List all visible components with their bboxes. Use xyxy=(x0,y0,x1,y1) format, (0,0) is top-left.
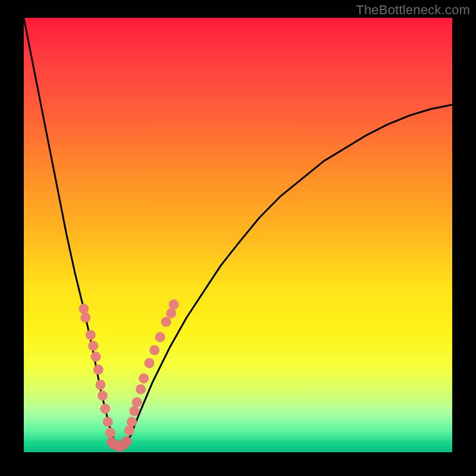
chart-svg xyxy=(24,18,452,452)
bottleneck-curve xyxy=(24,18,452,447)
data-dot xyxy=(124,425,134,436)
data-dot xyxy=(79,304,89,314)
data-dot xyxy=(100,404,110,414)
data-dot xyxy=(86,330,96,340)
watermark-label: TheBottleneck.com xyxy=(356,2,470,18)
data-dot xyxy=(88,341,98,351)
data-dot xyxy=(169,299,179,309)
data-dot xyxy=(103,416,113,427)
data-dot xyxy=(149,345,159,355)
data-dot xyxy=(132,397,142,408)
data-dot xyxy=(95,380,105,390)
data-dot xyxy=(144,358,154,368)
data-dot xyxy=(105,428,115,438)
data-dot xyxy=(127,416,137,427)
data-dot xyxy=(166,308,176,318)
data-dot xyxy=(80,312,90,322)
data-dot xyxy=(139,373,149,383)
plot-area xyxy=(24,18,452,452)
data-dot xyxy=(129,406,139,416)
data-dot xyxy=(136,384,146,394)
data-dot xyxy=(90,352,101,362)
chart-stage: TheBottleneck.com xyxy=(0,0,476,476)
data-dot xyxy=(93,365,104,375)
data-dot xyxy=(121,436,131,446)
data-dot xyxy=(161,317,171,327)
data-dot xyxy=(98,391,108,401)
data-dot xyxy=(155,332,165,342)
